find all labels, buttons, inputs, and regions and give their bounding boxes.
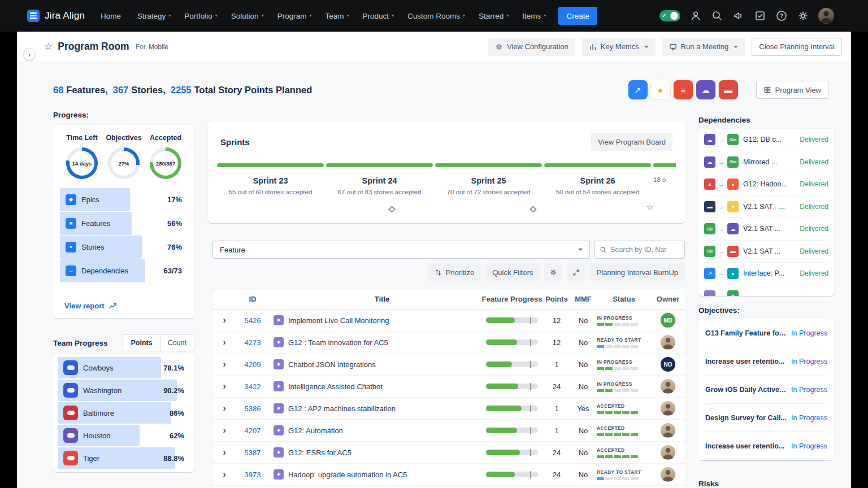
quick-filters-button[interactable]: Quick Filters: [485, 263, 540, 281]
context-program[interactable]: Mobile: [149, 43, 168, 51]
app-icon[interactable]: ≡: [674, 80, 693, 99]
expand-row-chevron[interactable]: ›: [212, 359, 236, 370]
expand-row-chevron[interactable]: ›: [212, 469, 236, 480]
dependency-row[interactable]: ▬ → ● V2.1 SAT - ... Delivered: [704, 196, 828, 219]
feature-id-link[interactable]: 4207: [245, 426, 261, 435]
sprint-cell[interactable]: Sprint 25 70 out of 72 stories accepted: [435, 163, 542, 195]
dependency-row[interactable]: GD → ▬ V2.1 SAT ... Delivered: [704, 241, 828, 263]
expand-row-chevron[interactable]: ›: [212, 315, 236, 326]
nav-item[interactable]: Program ▾: [277, 12, 312, 20]
owner-avatar[interactable]: MD: [661, 313, 675, 328]
col-header-owner[interactable]: Owner: [651, 295, 685, 303]
tab-points[interactable]: Points: [123, 335, 160, 351]
col-header-progress[interactable]: Feature Progress: [480, 295, 544, 303]
dependency-row[interactable]: GD → ☁ V2.1 SAT ... Delivered: [704, 218, 828, 241]
feature-row[interactable]: › 5387 ◆ G12: ESRs for AC5 24 No: [212, 442, 685, 464]
feature-id-link[interactable]: 4273: [245, 338, 261, 347]
dependency-row[interactable]: ↗ → ● Interface: P... Delivered: [704, 263, 828, 285]
key-metrics-button[interactable]: Key Metrics: [582, 38, 656, 56]
owner-avatar[interactable]: NO: [661, 357, 675, 372]
ai-toggle[interactable]: ✓: [659, 10, 680, 21]
item-type-select[interactable]: Feature: [212, 241, 590, 259]
nav-item[interactable]: Starred ▾: [479, 12, 509, 20]
dependency-row[interactable]: ≡ → ● G12: Hadoo... Delivered: [704, 173, 828, 196]
donut-chart[interactable]: 14 days: [66, 147, 98, 179]
tab-count[interactable]: Count: [160, 335, 194, 351]
sprint-cell[interactable]: 18 o: [653, 163, 676, 195]
help-icon[interactable]: ?: [775, 10, 788, 22]
owner-avatar[interactable]: [661, 401, 675, 416]
owner-avatar[interactable]: [661, 379, 675, 394]
expand-button[interactable]: [567, 263, 585, 281]
sprint-cell[interactable]: Sprint 26 50 out of 54 stories accepted: [544, 163, 651, 195]
nav-item[interactable]: Team ▾: [325, 12, 349, 20]
prioritize-button[interactable]: Prioritize: [428, 263, 481, 281]
megaphone-icon[interactable]: [732, 10, 745, 22]
feature-row[interactable]: › 4209 ◆ Chatbot JSON integrations 1 No: [212, 354, 685, 376]
progress-row[interactable]: ■ Features 56%: [60, 212, 188, 235]
team-row[interactable]: Baltimore 86%: [58, 402, 190, 424]
user-avatar[interactable]: [818, 8, 834, 24]
nav-item[interactable]: Items ▾: [522, 12, 546, 20]
team-row[interactable]: Cowboys 78.1%: [58, 357, 190, 378]
milestone-diamond-icon[interactable]: [530, 206, 537, 213]
jira-align-home-link[interactable]: Jira Align: [27, 10, 85, 22]
col-header-points[interactable]: Points: [544, 295, 570, 303]
col-header-status[interactable]: Status: [597, 295, 651, 303]
search-icon[interactable]: [711, 10, 723, 22]
expand-row-chevron[interactable]: ›: [212, 337, 236, 348]
expand-row-chevron[interactable]: ›: [212, 381, 236, 392]
profile-icon[interactable]: [689, 10, 702, 22]
app-icon[interactable]: ▬: [719, 80, 738, 99]
view-report-link[interactable]: View report: [60, 296, 188, 312]
progress-row[interactable]: ● Stories 76%: [60, 236, 188, 259]
sprint-cell[interactable]: Sprint 24 67 out of 83 stories accepted: [326, 163, 433, 195]
planning-interval-burnup-button[interactable]: Planning Interval BurnUp: [589, 263, 685, 281]
col-header-id[interactable]: ID: [236, 295, 269, 303]
feature-row[interactable]: › 4207 ◆ G12: Automation 1 No: [212, 420, 685, 442]
close-planning-interval-button[interactable]: Close Planning Interval: [752, 38, 842, 56]
team-row[interactable]: Houston 62%: [58, 425, 190, 446]
team-row[interactable]: Tiger 88.8%: [58, 447, 190, 469]
create-button[interactable]: Create: [558, 7, 597, 25]
sprint-cell[interactable]: Sprint 23 55 out of 60 stories accepted: [217, 163, 324, 195]
dependency-row[interactable]: ☁ → ●: [704, 285, 828, 297]
run-a-meeting-button[interactable]: Run a Meeting: [662, 38, 745, 56]
feature-id-link[interactable]: 3973: [245, 470, 261, 479]
feature-row[interactable]: › 4273 ◆ G12 : Team innovation for AC5 1…: [212, 332, 685, 354]
program-view-button[interactable]: Program View: [756, 81, 828, 99]
dependency-row[interactable]: ☁ → Cha Mirrored ... Delivered: [704, 151, 828, 174]
team-row[interactable]: Washington 90.2%: [58, 380, 190, 401]
col-header-title[interactable]: Title: [288, 295, 480, 303]
favorite-star-icon[interactable]: ☆: [44, 41, 53, 53]
feature-id-link[interactable]: 4209: [245, 360, 261, 369]
app-icon[interactable]: ☁: [696, 80, 715, 99]
milestone-star-icon[interactable]: ☆: [646, 202, 653, 212]
objective-row[interactable]: Grow iOS Daily Active ... In Progress: [705, 376, 827, 404]
app-icon[interactable]: ●: [651, 80, 670, 99]
feature-id-link[interactable]: 5387: [245, 448, 261, 457]
dependency-row[interactable]: ☁ → Cha G12: DB c... Delivered: [704, 129, 828, 151]
objective-row[interactable]: G13 Family Feature for... In Progress: [705, 319, 827, 347]
expand-row-chevron[interactable]: ›: [212, 447, 236, 458]
progress-row[interactable]: ◆ Epics 17%: [60, 188, 188, 211]
milestone-diamond-icon[interactable]: [388, 206, 396, 213]
nav-item[interactable]: Home: [101, 12, 124, 20]
search-input[interactable]: [610, 246, 680, 254]
owner-avatar[interactable]: [661, 445, 675, 460]
table-settings-button[interactable]: [544, 263, 562, 281]
nav-item[interactable]: Strategy ▾: [137, 12, 171, 20]
owner-avatar[interactable]: [661, 335, 675, 350]
nav-item[interactable]: Custom Rooms ▾: [407, 12, 465, 20]
owner-avatar[interactable]: [661, 423, 675, 438]
feature-row[interactable]: › 5386 ◆ G12 : AP2 machines stabilizatio…: [212, 398, 685, 420]
view-program-board-button[interactable]: View Program Board: [591, 133, 672, 151]
nav-item[interactable]: Product ▾: [362, 12, 394, 20]
feature-id-link[interactable]: 5386: [245, 404, 261, 413]
feature-id-link[interactable]: 3422: [245, 382, 261, 391]
feature-row[interactable]: › 5426 ◆ Implement Live Call Monitoring …: [212, 310, 685, 332]
feature-row[interactable]: › 3422 ◆ Intelligence Assisted Chatbot 2…: [212, 376, 685, 398]
progress-row[interactable]: ↔ Dependencies 63/73: [60, 259, 188, 282]
gear-icon[interactable]: [797, 10, 809, 22]
nav-item[interactable]: Solution ▾: [231, 12, 264, 20]
